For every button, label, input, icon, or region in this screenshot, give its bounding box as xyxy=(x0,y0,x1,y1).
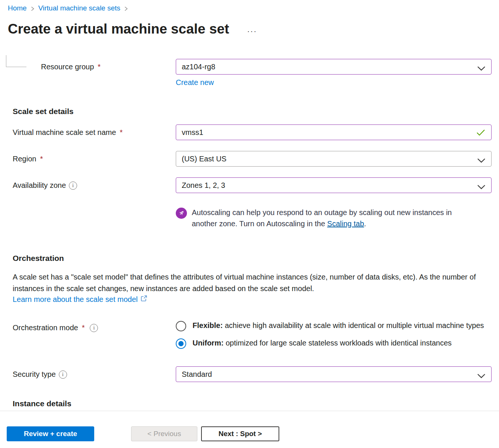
availability-zone-label: Availability zone xyxy=(13,181,66,190)
security-type-value: Standard xyxy=(182,370,212,379)
breadcrumb: Home Virtual machine scale sets xyxy=(8,0,492,12)
orchestration-description: A scale set has a "scale set model" that… xyxy=(8,271,492,294)
flexible-option-name: Flexible: xyxy=(193,321,223,329)
create-new-link[interactable]: Create new xyxy=(176,78,214,87)
learn-more-link[interactable]: Learn more about the scale set model xyxy=(8,295,147,304)
autoscaling-note-text: Autoscaling can help you respond to an o… xyxy=(192,207,475,229)
chevron-down-icon xyxy=(477,157,486,165)
page-title: Create a virtual machine scale set xyxy=(8,21,229,37)
scaling-tab-link[interactable]: Scaling tab xyxy=(327,220,364,228)
chevron-down-icon xyxy=(477,372,486,381)
footer-action-bar: Review + create < Previous Next : Spot > xyxy=(0,411,499,448)
breadcrumb-home-link[interactable]: Home xyxy=(8,4,27,12)
required-asterisk: * xyxy=(98,63,101,71)
info-icon[interactable] xyxy=(59,370,67,379)
external-link-icon xyxy=(140,295,147,304)
autoscaling-note: Autoscaling can help you respond to an o… xyxy=(176,207,477,229)
chevron-right-icon xyxy=(124,6,128,12)
security-type-label: Security type xyxy=(13,370,56,379)
orchestration-radio-flexible[interactable]: Flexible: achieve high availability at s… xyxy=(176,320,492,331)
availability-zone-value: Zones 1, 2, 3 xyxy=(182,181,225,190)
availability-zone-dropdown[interactable]: Zones 1, 2, 3 xyxy=(176,177,492,193)
flexible-option-description: achieve high availability at scale with … xyxy=(223,321,484,329)
required-asterisk: * xyxy=(40,155,43,163)
region-dropdown[interactable]: (US) East US xyxy=(176,151,492,167)
more-options-button[interactable]: ··· xyxy=(247,23,257,35)
section-orchestration: Orchestration xyxy=(8,254,492,263)
uniform-option-name: Uniform: xyxy=(193,339,223,347)
vmss-name-value: vmss1 xyxy=(182,128,203,137)
valid-check-icon xyxy=(476,129,486,138)
breadcrumb-vmss-link[interactable]: Virtual machine scale sets xyxy=(38,4,120,12)
next-button[interactable]: Next : Spot > xyxy=(201,426,279,441)
chevron-down-icon xyxy=(477,64,486,73)
previous-button[interactable]: < Previous xyxy=(131,426,197,441)
security-type-dropdown[interactable]: Standard xyxy=(176,366,492,382)
vmss-name-label: Virtual machine scale set name xyxy=(13,128,116,137)
required-asterisk: * xyxy=(120,128,123,137)
orchestration-mode-group: Flexible: achieve high availability at s… xyxy=(176,320,492,349)
section-scale-set-details: Scale set details xyxy=(8,107,492,116)
region-value: (US) East US xyxy=(182,155,226,163)
chevron-down-icon xyxy=(477,183,486,192)
radio-button-icon xyxy=(176,321,186,331)
orchestration-radio-uniform[interactable]: Uniform: optimized for large scale state… xyxy=(176,337,492,349)
resource-group-dropdown[interactable]: az104-rg8 xyxy=(176,59,492,75)
resource-group-value: az104-rg8 xyxy=(182,63,215,71)
resource-group-label: Resource group xyxy=(41,63,94,71)
subresource-connector-line xyxy=(6,55,26,67)
required-asterisk: * xyxy=(82,324,85,332)
uniform-option-description: optimized for large scale stateless work… xyxy=(223,339,452,347)
chevron-right-icon xyxy=(30,6,35,12)
region-label: Region xyxy=(13,155,36,163)
info-icon[interactable] xyxy=(69,182,77,190)
vmss-name-input[interactable]: vmss1 xyxy=(176,124,492,140)
review-create-button[interactable]: Review + create xyxy=(7,426,94,441)
orchestration-mode-label: Orchestration mode xyxy=(13,324,78,332)
info-icon[interactable] xyxy=(90,324,98,332)
rocket-icon xyxy=(176,208,187,219)
radio-button-icon xyxy=(176,338,186,349)
create-vmss-page: Home Virtual machine scale sets Create a… xyxy=(0,0,499,411)
section-instance-details: Instance details xyxy=(8,399,492,408)
